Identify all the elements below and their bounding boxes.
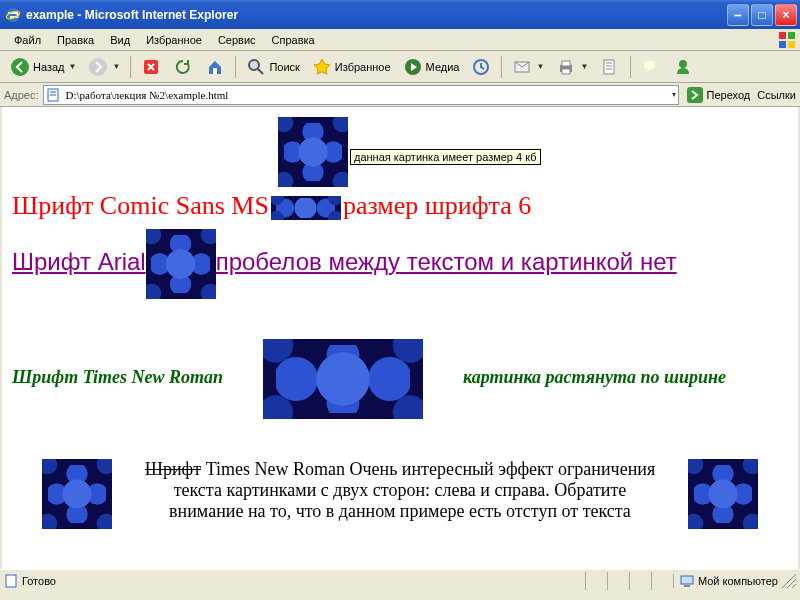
svg-rect-4 [779,41,786,48]
favorites-button[interactable]: Избранное [308,55,395,79]
history-button[interactable] [467,55,495,79]
ornament-image-3 [146,229,216,299]
menu-edit[interactable]: Правка [49,32,102,48]
svg-point-7 [89,58,107,76]
svg-rect-5 [788,41,795,48]
media-icon [403,57,423,77]
svg-rect-24 [684,585,690,587]
links-label[interactable]: Ссылки [757,89,796,101]
go-label: Переход [707,89,751,101]
page-icon [46,88,60,102]
star-icon [312,57,332,77]
url-box[interactable]: ▾ [43,85,679,105]
svg-point-19 [679,60,687,68]
discuss-button[interactable] [637,55,665,79]
menu-file[interactable]: Файл [6,32,49,48]
close-button[interactable]: × [775,4,797,26]
svg-rect-15 [562,61,570,66]
print-icon [556,57,576,77]
back-button[interactable]: Назад▼ [6,55,80,79]
edit-button[interactable] [596,55,624,79]
messenger-button[interactable] [669,55,697,79]
home-button[interactable] [201,55,229,79]
stop-button[interactable] [137,55,165,79]
svg-rect-2 [779,32,786,39]
stop-icon [141,57,161,77]
comic-text-1: Шрифт Comic Sans MS [12,191,269,220]
mail-button[interactable]: ▼ [508,55,548,79]
window-title: example - Microsoft Internet Explorer [26,8,727,22]
svg-point-6 [11,58,29,76]
search-icon [246,57,266,77]
maximize-button[interactable]: □ [751,4,773,26]
arial-text-2: пробелов между текстом и картинкой нет [216,248,677,275]
image-tooltip: данная картинка имеет размер 4 кб [350,149,541,165]
back-label: Назад [33,61,65,73]
svg-rect-21 [687,87,703,103]
forward-icon [88,57,108,77]
arial-line: Шрифт Arialпробелов между текстом и карт… [12,229,788,299]
menu-help[interactable]: Справка [264,32,323,48]
para-rest-text: Times New Roman Очень интересный эффект … [169,459,655,521]
address-bar: Адрес: ▾ Переход Ссылки [0,83,800,107]
url-dropdown-icon[interactable]: ▾ [672,90,676,99]
titlebar: example - Microsoft Internet Explorer ‒ … [0,0,800,29]
mail-icon [512,57,532,77]
minimize-button[interactable]: ‒ [727,4,749,26]
media-button[interactable]: Медиа [399,55,464,79]
page-ready-icon [4,574,18,588]
page-content: данная картинка имеет размер 4 кб Шрифт … [0,107,800,569]
roman-text-1: Шрифт Times New Roman [12,367,223,387]
resize-grip-icon[interactable] [782,574,796,588]
svg-rect-3 [788,32,795,39]
address-label: Адрес: [4,89,39,101]
svg-rect-22 [6,575,16,587]
print-button[interactable]: ▼ [552,55,592,79]
status-zone: Мой компьютер [698,575,778,587]
toolbar: Назад▼ ▼ Поиск Избранное Медиа ▼ ▼ [0,51,800,83]
history-icon [471,57,491,77]
home-icon [205,57,225,77]
messenger-icon [673,57,693,77]
menu-view[interactable]: Вид [102,32,138,48]
menubar: Файл Правка Вид Избранное Сервис Справка [0,29,800,51]
svg-rect-17 [604,60,614,74]
favorites-label: Избранное [335,61,391,73]
ornament-image-4 [263,339,423,419]
url-input[interactable] [64,88,667,102]
ornament-image-5 [42,459,112,529]
search-button[interactable]: Поиск [242,55,303,79]
windows-logo-icon [778,31,796,49]
statusbar: Готово Мой компьютер [0,569,800,591]
status-ready: Готово [22,575,56,587]
arial-text-1: Шрифт Arial [12,248,146,275]
roman-text-2: картинка растянута по ширине [463,367,726,387]
my-computer-icon [680,574,694,588]
ornament-image-1 [278,117,348,187]
media-label: Медиа [426,61,460,73]
paragraph-block: Шрифт Times New Roman Очень интересный э… [12,459,788,522]
refresh-icon [173,57,193,77]
times-roman-line: Шрифт Times New Romanкартинка растянута … [12,339,788,419]
edit-icon [600,57,620,77]
go-button[interactable]: Переход [683,86,754,104]
search-label: Поиск [269,61,299,73]
svg-rect-23 [681,576,693,584]
ie-logo-icon [5,7,21,23]
ornament-image-2 [271,196,341,220]
ornament-image-6 [688,459,758,529]
svg-rect-9 [213,68,217,74]
svg-rect-18 [644,61,655,69]
menu-tools[interactable]: Сервис [210,32,264,48]
svg-point-10 [249,60,259,70]
menu-favorites[interactable]: Избранное [138,32,210,48]
comic-text-2: размер шрифта 6 [343,191,531,220]
back-icon [10,57,30,77]
discuss-icon [641,57,661,77]
refresh-button[interactable] [169,55,197,79]
go-icon [686,86,704,104]
comic-sans-line: Шрифт Comic Sans MSразмер шрифта 6 [12,191,788,221]
svg-rect-16 [562,69,570,74]
para-strike-text: Шрифт [145,459,201,479]
forward-button[interactable]: ▼ [84,55,124,79]
